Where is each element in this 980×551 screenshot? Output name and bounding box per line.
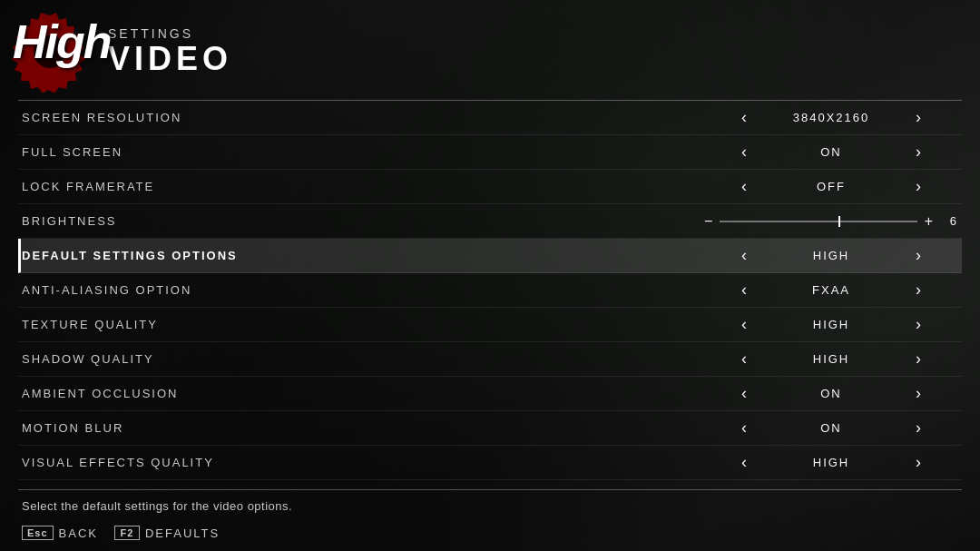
setting-control: ‹ ON › xyxy=(704,418,958,438)
arrow-right[interactable]: › xyxy=(909,108,927,127)
setting-control: ‹ HIGH › xyxy=(704,315,958,334)
setting-value: HIGH xyxy=(768,249,895,262)
header: High SETTINGS VIDEO xyxy=(0,0,980,100)
setting-name: BRIGHTNESS xyxy=(22,214,704,228)
setting-control: ‹ HIGH › xyxy=(704,349,958,369)
arrow-left[interactable]: ‹ xyxy=(735,143,753,162)
setting-control: ‹ FXAA › xyxy=(704,280,958,300)
key-hint[interactable]: Esc BACK xyxy=(22,526,98,540)
setting-name: FULL SCREEN xyxy=(22,145,704,159)
setting-value: ON xyxy=(768,421,895,435)
setting-control: ‹ ON › xyxy=(704,143,958,162)
setting-value: ON xyxy=(768,145,895,159)
arrow-left[interactable]: ‹ xyxy=(735,384,753,403)
arrow-left[interactable]: ‹ xyxy=(735,108,753,127)
setting-value: 3840x2160 xyxy=(768,111,895,124)
arrow-right[interactable]: › xyxy=(909,384,927,403)
header-titles: SETTINGS VIDEO xyxy=(108,26,232,77)
setting-row[interactable]: BRIGHTNESS − + 6 xyxy=(18,204,962,239)
setting-value: ON xyxy=(768,387,895,400)
setting-value: HIGH xyxy=(768,456,895,469)
setting-name: SHADOW QUALITY xyxy=(22,352,704,366)
setting-row[interactable]: SCREEN RESOLUTION ‹ 3840x2160 › xyxy=(18,101,962,135)
slider-track[interactable] xyxy=(720,221,916,222)
setting-value: HIGH xyxy=(768,318,895,331)
video-label: VIDEO xyxy=(108,41,232,77)
setting-row[interactable]: DEFAULT SETTINGS OPTIONS ‹ HIGH › xyxy=(18,239,962,273)
arrow-left[interactable]: ‹ xyxy=(735,177,753,196)
slider-minus: − xyxy=(704,213,712,230)
setting-value: HIGH xyxy=(768,352,895,366)
setting-name: MOTION BLUR xyxy=(22,421,704,435)
setting-name: DEFAULT SETTINGS OPTIONS xyxy=(22,249,704,262)
arrow-left[interactable]: ‹ xyxy=(735,418,753,438)
key-badge: Esc xyxy=(22,526,54,540)
arrow-right[interactable]: › xyxy=(909,315,927,334)
brightness-control: − + 6 xyxy=(704,213,958,230)
key-hint[interactable]: F2 DEFAULTS xyxy=(114,526,220,540)
setting-name: AMBIENT OCCLUSION xyxy=(22,387,704,400)
arrow-left[interactable]: ‹ xyxy=(735,280,753,300)
setting-row[interactable]: ANTI-ALIASING OPTION ‹ FXAA › xyxy=(18,273,962,308)
footer-description: Select the default settings for the vide… xyxy=(0,490,980,518)
logo: High xyxy=(9,11,95,93)
arrow-left[interactable]: ‹ xyxy=(735,349,753,369)
arrow-right[interactable]: › xyxy=(909,280,927,300)
setting-control: ‹ OFF › xyxy=(704,177,958,196)
key-label: BACK xyxy=(59,526,98,540)
setting-control: ‹ HIGH › xyxy=(704,453,958,472)
footer-controls: Esc BACK F2 DEFAULTS xyxy=(0,518,980,551)
key-badge: F2 xyxy=(114,526,140,540)
setting-row[interactable]: FULL SCREEN ‹ ON › xyxy=(18,135,962,170)
setting-row[interactable]: AMBIENT OCCLUSION ‹ ON › xyxy=(18,377,962,411)
setting-row[interactable]: MOTION BLUR ‹ ON › xyxy=(18,411,962,446)
setting-value: OFF xyxy=(768,180,895,193)
setting-control: ‹ 3840x2160 › xyxy=(704,108,958,127)
arrow-right[interactable]: › xyxy=(909,177,927,196)
setting-row[interactable]: TEXTURE QUALITY ‹ HIGH › xyxy=(18,308,962,342)
setting-name: TEXTURE QUALITY xyxy=(22,318,704,331)
arrow-right[interactable]: › xyxy=(909,349,927,369)
arrow-left[interactable]: ‹ xyxy=(735,453,753,472)
settings-list: SCREEN RESOLUTION ‹ 3840x2160 › FULL SCR… xyxy=(0,101,980,489)
setting-row[interactable]: SHADOW QUALITY ‹ HIGH › xyxy=(18,342,962,377)
arrow-left[interactable]: ‹ xyxy=(735,246,753,265)
setting-name: SCREEN RESOLUTION xyxy=(22,111,704,124)
setting-row[interactable]: VISUAL EFFECTS QUALITY ‹ HIGH › xyxy=(18,446,962,480)
arrow-right[interactable]: › xyxy=(909,143,927,162)
setting-name: VISUAL EFFECTS QUALITY xyxy=(22,456,704,469)
setting-value: FXAA xyxy=(768,283,895,297)
setting-control: ‹ ON › xyxy=(704,384,958,403)
arrow-right[interactable]: › xyxy=(909,453,927,472)
settings-label: SETTINGS xyxy=(108,26,232,41)
setting-name: ANTI-ALIASING OPTION xyxy=(22,283,704,297)
setting-row[interactable]: LOCK FRAMERATE ‹ OFF › xyxy=(18,170,962,204)
slider-plus: + xyxy=(925,213,933,230)
slider-value: 6 xyxy=(940,214,958,228)
setting-control: ‹ HIGH › xyxy=(704,246,958,265)
slider-thumb xyxy=(838,216,840,227)
arrow-left[interactable]: ‹ xyxy=(735,315,753,334)
setting-name: LOCK FRAMERATE xyxy=(22,180,704,193)
arrow-right[interactable]: › xyxy=(909,418,927,438)
logo-text: High xyxy=(13,18,111,65)
arrow-right[interactable]: › xyxy=(909,246,927,265)
key-label: DEFAULTS xyxy=(145,526,220,540)
